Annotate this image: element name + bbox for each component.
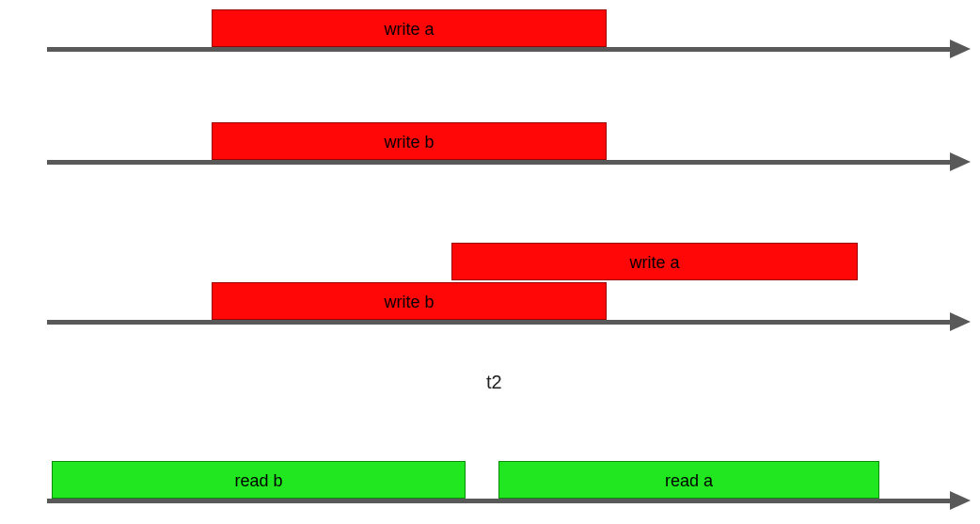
t2-read-a: read a: [498, 461, 879, 499]
t1-write-a: write a: [212, 9, 607, 47]
axis-2-arrowhead: [950, 152, 971, 171]
axis-3: [47, 320, 950, 325]
t2-label: t2: [486, 372, 502, 393]
axis-3-arrowhead: [950, 312, 971, 331]
t2-write-b: write b: [212, 282, 607, 320]
axis-2: [47, 160, 950, 165]
t2-write-a: write a: [451, 243, 858, 280]
t2-read-b: read b: [52, 461, 466, 499]
axis-4-arrowhead: [950, 491, 971, 510]
timing-diagram: write a write b write a write b t2 read …: [0, 0, 980, 524]
axis-1: [47, 47, 950, 52]
axis-1-arrowhead: [950, 40, 971, 58]
t1-write-b: write b: [212, 122, 607, 160]
axis-4: [47, 499, 950, 503]
